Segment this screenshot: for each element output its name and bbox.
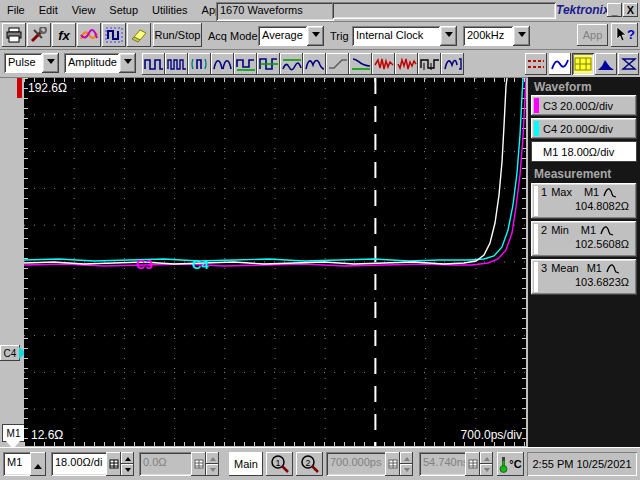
top-scale-label: 192.6Ω — [28, 81, 67, 95]
measure-category-dropdown-button[interactable] — [119, 53, 136, 73]
waveform-display-button[interactable] — [549, 53, 571, 75]
app-button[interactable]: App — [577, 24, 608, 46]
run-stop-button[interactable]: Run/Stop — [153, 23, 202, 47]
waveform-selector-value: M1 — [3, 452, 30, 476]
meas-noise-button[interactable] — [372, 53, 395, 75]
meas-low-button[interactable] — [165, 53, 188, 75]
chevron-up-icon — [34, 460, 42, 469]
horizontal-position-field[interactable]: 54.740ns — [419, 452, 493, 476]
keypad-button[interactable] — [106, 452, 121, 476]
horizontal-scale-value: 700.000ps — [326, 452, 385, 476]
meas-delay-button[interactable] — [418, 53, 441, 75]
clock-rate-select[interactable]: 200kHz — [463, 26, 530, 46]
acq-mode-dropdown-button[interactable] — [307, 26, 324, 46]
measurement-button-mean[interactable]: 3 Mean M1 103.6823Ω — [531, 259, 637, 295]
horizontal-scale-field[interactable]: 700.000ps — [326, 452, 413, 476]
meas-topline-button[interactable] — [280, 53, 303, 75]
spin-up-icon — [404, 454, 410, 461]
trace-m1[interactable] — [24, 78, 507, 264]
acq-mode-select[interactable]: Average — [258, 26, 324, 46]
waveform-button-c3[interactable]: C3 20.00Ω/div — [531, 95, 637, 116]
signal-type-dropdown-button[interactable] — [42, 53, 59, 73]
vertical-offset-spinner[interactable] — [206, 452, 219, 476]
meas-high-button[interactable] — [142, 53, 165, 75]
minimize-button[interactable]: _ — [607, 3, 622, 17]
meas-max-button[interactable] — [211, 53, 234, 75]
pulse-glyph-icon — [603, 186, 617, 198]
menu-file[interactable]: File — [0, 0, 32, 21]
menu-utilities[interactable]: Utilities — [145, 0, 194, 21]
clear-data-button[interactable] — [127, 23, 151, 47]
keypad-button[interactable] — [385, 452, 400, 476]
temperature-button[interactable]: °C — [497, 452, 524, 476]
measurement-select-bar — [534, 186, 538, 216]
measurement-value: 102.5608Ω — [535, 238, 633, 250]
measurement-name: Mean — [551, 262, 579, 274]
waveform-display[interactable]: C3 C4 192.6Ω 12.6Ω 700.0ps/div — [24, 78, 526, 446]
meas-settle-button[interactable] — [349, 53, 372, 75]
bottom-scale-label: 12.6Ω — [31, 428, 63, 442]
mask-test-button[interactable] — [618, 53, 639, 75]
c3-trace-label: C3 — [136, 257, 153, 272]
trace-c4[interactable] — [24, 78, 523, 261]
chevron-down-icon — [518, 32, 526, 41]
gated-pulse-icon — [190, 57, 210, 71]
vertical-scale-spinner[interactable] — [121, 452, 134, 476]
trigger-level-marker[interactable] — [17, 78, 22, 98]
measure-category-select[interactable]: Amplitude — [64, 53, 136, 73]
horizontal-scale-spinner[interactable] — [400, 452, 413, 476]
graticule-toggle-button[interactable] — [572, 53, 594, 75]
ramp-icon — [328, 57, 348, 71]
spin-up-icon — [125, 454, 131, 461]
clock-rate-dropdown-button[interactable] — [513, 26, 530, 46]
measurement-button-min[interactable]: 2 Min M1 102.5608Ω — [531, 221, 637, 257]
m1-reference-marker[interactable]: M1 — [2, 424, 25, 442]
measurement-button-max[interactable]: 1 Max M1 104.8082Ω — [531, 183, 637, 219]
waveform-button-m1[interactable]: M1 18.00Ω/div — [531, 141, 637, 162]
spin-down-icon — [125, 468, 131, 475]
menu-view[interactable]: View — [65, 0, 103, 21]
meas-gated-wave-button[interactable] — [441, 53, 464, 75]
pulse-select-button[interactable] — [102, 23, 126, 47]
signal-type-select[interactable]: Pulse — [4, 53, 59, 73]
zoom2-button[interactable]: 2 — [296, 452, 323, 476]
meas-jitter-button[interactable] — [395, 53, 418, 75]
menu-edit[interactable]: Edit — [32, 0, 65, 21]
trigger-source-select[interactable]: Internal Clock — [352, 26, 457, 46]
trace-c3[interactable] — [24, 78, 526, 266]
meas-min-button[interactable] — [234, 53, 257, 75]
zoom1-button[interactable]: 1 — [266, 452, 293, 476]
close-button[interactable]: X — [623, 3, 638, 17]
horizontal-position-spinner[interactable] — [480, 452, 493, 476]
meas-amplitude-button[interactable] — [188, 53, 211, 75]
timebase-main-button[interactable]: Main — [229, 452, 263, 476]
measurement-name: Min — [551, 224, 569, 236]
measurement-select-bar — [534, 262, 538, 292]
histogram-button[interactable] — [595, 53, 617, 75]
waveform-database-button[interactable] — [77, 23, 101, 47]
cursors-button[interactable] — [525, 53, 547, 75]
bracket-wave-icon — [443, 57, 463, 71]
keypad-button[interactable] — [465, 452, 480, 476]
vertical-offset-field[interactable]: 0.0Ω — [139, 452, 219, 476]
measurement-value: 103.6823Ω — [535, 276, 633, 288]
waveform-selector-up-button[interactable] — [30, 452, 46, 476]
m1-scale-label: M1 18.00Ω/div — [543, 146, 614, 158]
setup-tools-button[interactable] — [27, 23, 51, 47]
keypad-button[interactable] — [191, 452, 206, 476]
meas-ramp-button[interactable] — [326, 53, 349, 75]
menu-setup[interactable]: Setup — [102, 0, 145, 21]
waveform-selector[interactable]: M1 — [3, 452, 46, 476]
math-fx-button[interactable]: fx — [52, 23, 76, 47]
sine-wave-icon — [551, 57, 569, 71]
meas-mid-button[interactable] — [257, 53, 280, 75]
print-button[interactable] — [2, 23, 26, 47]
context-help-button[interactable]: ? — [611, 23, 638, 47]
trigger-dropdown-button[interactable] — [440, 26, 457, 46]
c4-reference-marker[interactable]: C4 — [0, 345, 20, 361]
chevron-down-icon — [445, 32, 453, 41]
svg-text:?: ? — [627, 27, 635, 42]
waveform-button-c4[interactable]: C4 20.00Ω/div — [531, 118, 637, 139]
vertical-scale-field[interactable]: 18.00Ω/di — [51, 452, 134, 476]
meas-peaks-button[interactable] — [303, 53, 326, 75]
